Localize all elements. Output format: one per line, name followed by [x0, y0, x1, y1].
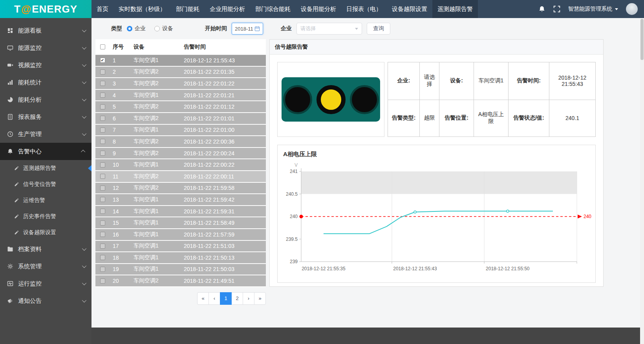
table-row[interactable]: ✔1车间空调12018-12-12 21:55:43 — [95, 55, 266, 67]
nav-item-6[interactable]: 设备用能分析 — [296, 0, 341, 18]
table-row[interactable]: 6车间空调22018-11-22 22:01:01 — [95, 113, 266, 125]
table-row[interactable]: 20车间空调22018-11-22 21:49:51 — [95, 275, 266, 287]
row-checkbox[interactable] — [100, 267, 105, 272]
radio-device[interactable]: 设备 — [154, 25, 173, 32]
row-time: 2018-11-22 21:59:31 — [181, 208, 266, 215]
row-checkbox[interactable] — [100, 93, 105, 98]
sidebar-subitem-13[interactable]: 设备越限设置 — [0, 224, 91, 240]
nav-item-8[interactable]: 设备越限设置 — [387, 0, 432, 18]
sidebar-item-5[interactable]: 能耗分析 — [0, 91, 91, 108]
row-checkbox[interactable] — [100, 174, 105, 179]
row-checkbox[interactable] — [100, 81, 105, 86]
table-row[interactable]: 10车间空调12018-11-22 22:00:22 — [95, 159, 266, 171]
row-checkbox[interactable] — [100, 244, 105, 249]
table-row[interactable]: 2车间空调22018-11-22 22:01:35 — [95, 67, 266, 78]
sidebar-item-8[interactable]: 告警中心 — [0, 143, 91, 160]
row-checkbox[interactable] — [100, 197, 105, 202]
info-value-alarm-position: A相电压上限 — [474, 100, 508, 137]
nav-item-2[interactable]: 实时数据（秒级） — [113, 0, 171, 18]
sidebar-item-14[interactable]: 档案资料 — [0, 240, 91, 258]
select-all-checkbox[interactable] — [100, 44, 105, 49]
row-checkbox[interactable] — [100, 69, 105, 75]
pagination-prev[interactable]: ‹ — [209, 292, 220, 305]
radio-company-label: 企业 — [135, 25, 146, 32]
radio-company[interactable]: 企业 — [127, 25, 146, 32]
calendar-icon[interactable] — [254, 26, 260, 31]
table-row[interactable]: 7车间空调12018-11-22 22:01:00 — [95, 125, 266, 137]
nav-item-5[interactable]: 部门综合能耗 — [250, 0, 296, 18]
pagination-last[interactable]: » — [254, 292, 266, 305]
row-checkbox[interactable] — [100, 220, 105, 226]
row-time: 2018-11-22 21:50:03 — [181, 266, 266, 272]
svg-text:V: V — [295, 163, 298, 168]
table-row[interactable]: 3车间空调22018-11-22 22:01:22 — [95, 78, 266, 90]
row-time: 2018-11-22 22:01:35 — [181, 69, 266, 75]
row-checkbox[interactable] — [100, 209, 105, 214]
window-scrollbar[interactable] — [640, 18, 644, 344]
scrollbar-thumb[interactable] — [640, 19, 644, 60]
user-avatar[interactable] — [626, 3, 638, 15]
sidebar-subitem-12[interactable]: 历史事件告警 — [0, 208, 91, 224]
row-checkbox[interactable] — [100, 116, 105, 121]
company-select[interactable]: 请选择 — [296, 23, 362, 35]
sidebar-subitem-10[interactable]: 信号变位告警 — [0, 176, 91, 192]
row-checkbox[interactable] — [100, 127, 105, 133]
row-time: 2018-11-22 21:51:03 — [181, 243, 266, 249]
nav-item-1[interactable]: 首页 — [91, 0, 113, 18]
sidebar-item-15[interactable]: 系统管理 — [0, 258, 91, 275]
table-row[interactable]: 9车间空调22018-11-22 22:00:24 — [95, 148, 266, 160]
sidebar-item-7[interactable]: 生产管理 — [0, 126, 91, 143]
row-checkbox[interactable] — [100, 162, 105, 167]
query-button[interactable]: 查询 — [367, 23, 390, 35]
system-title-menu[interactable]: 智慧能源管理系统 — [568, 5, 618, 13]
row-index: 3 — [110, 80, 131, 87]
row-checkbox[interactable] — [100, 104, 105, 109]
table-row[interactable]: 13车间空调12018-11-22 21:59:42 — [95, 194, 266, 206]
table-row[interactable]: 14车间空调12018-11-22 21:59:31 — [95, 206, 266, 218]
app-logo[interactable]: T@ENERGY — [0, 0, 91, 18]
sidebar-item-16[interactable]: 运行监控 — [0, 275, 91, 292]
row-checkbox[interactable] — [100, 255, 105, 260]
nav-item-7[interactable]: 日报表（电） — [341, 0, 387, 18]
row-device: 车间空调2 — [131, 277, 181, 284]
pagination-next[interactable]: › — [243, 292, 254, 305]
table-row[interactable]: 19车间空调12018-11-22 21:50:03 — [95, 264, 266, 276]
fullscreen-icon[interactable] — [553, 5, 560, 13]
nav-item-4[interactable]: 企业用能分析 — [205, 0, 250, 18]
sidebar-item-4[interactable]: 能耗统计 — [0, 74, 91, 91]
table-row[interactable]: 17车间空调12018-11-22 21:51:03 — [95, 241, 266, 253]
row-checkbox[interactable] — [100, 139, 105, 144]
table-row[interactable]: 8车间空调22018-11-22 22:00:36 — [95, 136, 266, 148]
row-index: 6 — [110, 115, 131, 122]
row-checkbox[interactable] — [100, 151, 105, 156]
pagination-page-2[interactable]: 2 — [231, 292, 243, 305]
nav-item-9[interactable]: 遥测越限告警 — [432, 0, 478, 18]
pagination-page-1[interactable]: 1 — [220, 292, 232, 305]
logo-text-rest: ENERGY — [32, 3, 77, 15]
sidebar-item-2[interactable]: 能源监控 — [0, 39, 91, 56]
notification-bell-icon[interactable] — [538, 5, 545, 13]
top-nav: 首页实时数据（秒级）部门能耗企业用能分析部门综合能耗设备用能分析日报表（电）设备… — [91, 0, 478, 18]
sidebar-item-1[interactable]: 能源看板 — [0, 22, 91, 39]
row-device: 车间空调1 — [131, 57, 181, 64]
sidebar-item-6[interactable]: 报表服务 — [0, 108, 91, 126]
table-row[interactable]: 5车间空调22018-11-22 22:01:12 — [95, 101, 266, 113]
table-row[interactable]: 16车间空调12018-11-22 21:57:59 — [95, 229, 266, 241]
sidebar-subitem-11[interactable]: 运维告警 — [0, 192, 91, 208]
pagination-first[interactable]: « — [197, 292, 209, 305]
nav-item-3[interactable]: 部门能耗 — [171, 0, 205, 18]
row-checkbox[interactable]: ✔ — [100, 58, 105, 63]
table-row[interactable]: 4车间空调12018-11-22 22:01:21 — [95, 90, 266, 102]
row-checkbox[interactable] — [100, 186, 105, 191]
row-device: 车间空调1 — [131, 254, 181, 261]
row-checkbox[interactable] — [100, 278, 105, 284]
sidebar-subitem-9[interactable]: 遥测越限告警 — [0, 160, 91, 176]
table-row[interactable]: 15车间空调12018-11-22 21:58:49 — [95, 217, 266, 229]
row-checkbox[interactable] — [100, 232, 105, 237]
table-row[interactable]: 18车间空调12018-11-22 21:50:13 — [95, 252, 266, 264]
start-time-input[interactable]: 2018-11 — [232, 23, 263, 35]
table-row[interactable]: 12车间空调22018-11-22 21:59:58 — [95, 183, 266, 195]
sidebar-item-17[interactable]: 通知公告 — [0, 292, 91, 309]
table-row[interactable]: 11车间空调22018-11-22 22:00:11 — [95, 171, 266, 183]
sidebar-item-3[interactable]: 视频监控 — [0, 56, 91, 74]
